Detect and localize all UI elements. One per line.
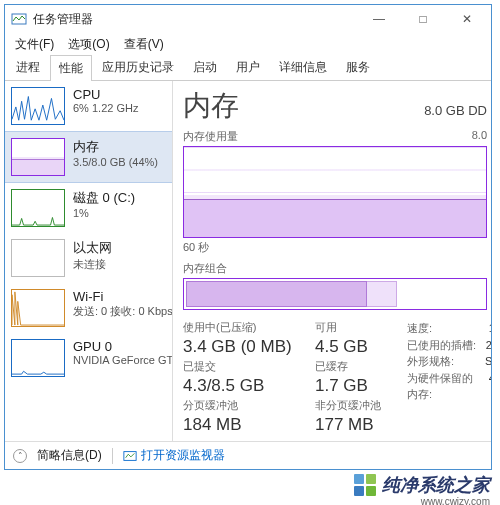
titlebar[interactable]: 任务管理器 — □ ✕ [5,5,491,33]
stat-value-cached: 1.7 GB [315,376,403,396]
fewer-details-button[interactable]: 简略信息(D) [37,447,102,464]
gpu-sparkline [11,339,65,377]
tab-processes[interactable]: 进程 [7,54,49,80]
open-resource-monitor-link[interactable]: 打开资源监视器 [123,447,225,464]
tab-details[interactable]: 详细信息 [270,54,336,80]
composition-label: 内存组合 [183,261,487,276]
tab-services[interactable]: 服务 [337,54,379,80]
memory-composition-chart[interactable] [183,278,487,310]
monitor-icon [123,449,137,463]
stat-label-paged: 分页缓冲池 [183,398,311,413]
sidebar-item-cpu[interactable]: CPU 6% 1.22 GHz [5,81,172,131]
page-subtitle: 8.0 GB DD [424,103,487,118]
sidebar-item-sub: 6% 1.22 GHz [73,102,138,114]
window-buttons: — □ ✕ [357,5,489,33]
sidebar: CPU 6% 1.22 GHz 内存 3.5/8.0 GB (44%) 磁盘 0… [5,81,173,441]
maximize-button[interactable]: □ [401,5,445,33]
sidebar-item-label: CPU [73,87,138,102]
meta-value-reserved: 49 [489,370,491,403]
meta-value-slots: 2/2 [486,337,491,354]
memory-usage-chart[interactable] [183,146,487,238]
sidebar-item-memory[interactable]: 内存 3.5/8.0 GB (44%) [5,131,172,183]
sidebar-item-ethernet[interactable]: 以太网 未连接 [5,233,172,283]
meta-value-speed: 16 [489,320,491,337]
sidebar-item-sub: 3.5/8.0 GB (44%) [73,156,158,168]
minimize-button[interactable]: — [357,5,401,33]
tab-app-history[interactable]: 应用历史记录 [93,54,183,80]
chart-series-committed [184,195,486,200]
stat-label-cached: 已缓存 [315,359,403,374]
tab-users[interactable]: 用户 [227,54,269,80]
usage-chart-xaxis: 60 秒 [183,240,487,255]
app-icon [11,11,27,27]
stat-value-in-use: 3.4 GB (0 MB) [183,337,311,357]
sidebar-item-sub: 发送: 0 接收: 0 Kbps [73,304,164,319]
sidebar-item-label: GPU 0 [73,339,164,354]
meta-label-slots: 已使用的插槽: [407,337,476,354]
tabs: 进程 性能 应用历史记录 启动 用户 详细信息 服务 [5,55,491,81]
sidebar-item-label: Wi-Fi [73,289,164,304]
main-panel: 内存 8.0 GB DD 内存使用量 8.0 60 秒 内存组合 [173,81,491,441]
composition-seg-cached [367,281,397,307]
chart-series-in-use [184,199,486,237]
usage-chart-yaxis-max: 8.0 [472,129,487,144]
body: CPU 6% 1.22 GHz 内存 3.5/8.0 GB (44%) 磁盘 0… [5,81,491,441]
usage-chart-label: 内存使用量 [183,129,238,144]
stat-label-available: 可用 [315,320,403,335]
sidebar-item-wifi[interactable]: Wi-Fi 发送: 0 接收: 0 Kbps [5,283,172,333]
tab-performance[interactable]: 性能 [50,55,92,81]
sidebar-item-sub: NVIDIA GeForce GT 6 [73,354,164,366]
separator [112,448,113,464]
stat-label-committed: 已提交 [183,359,311,374]
watermark-logo-icon [354,474,376,496]
window-title: 任务管理器 [33,11,357,28]
sidebar-item-disk[interactable]: 磁盘 0 (C:) 1% [5,183,172,233]
close-button[interactable]: ✕ [445,5,489,33]
stats-grid: 使用中(已压缩) 可用 速度:16 已使用的插槽:2/2 外形规格:SO 为硬件… [183,320,487,435]
chevron-up-icon[interactable]: ˄ [13,449,27,463]
cpu-sparkline [11,87,65,125]
sidebar-item-label: 磁盘 0 (C:) [73,189,135,207]
usage-chart-label-row: 内存使用量 8.0 [183,129,487,144]
footer: ˄ 简略信息(D) 打开资源监视器 [5,441,491,469]
sidebar-item-sub: 未连接 [73,257,112,272]
stat-value-paged: 184 MB [183,415,311,435]
sidebar-item-label: 内存 [73,138,158,156]
disk-sparkline [11,189,65,227]
composition-seg-in-use [186,281,367,307]
sidebar-item-gpu[interactable]: GPU 0 NVIDIA GeForce GT 6 [5,333,172,383]
stat-value-committed: 4.3/8.5 GB [183,376,311,396]
watermark: 纯净系统之家 [354,473,490,497]
stat-label-nonpaged: 非分页缓冲池 [315,398,403,413]
meta-value-form: SO [485,353,491,370]
page-title: 内存 [183,87,239,125]
watermark-url: www.cwjzy.com [421,496,490,505]
menu-view[interactable]: 查看(V) [118,34,170,55]
memory-sparkline [11,138,65,176]
ethernet-sparkline [11,239,65,277]
menu-file[interactable]: 文件(F) [9,34,60,55]
open-resource-monitor-label: 打开资源监视器 [141,447,225,464]
watermark-text: 纯净系统之家 [382,473,490,497]
minimize-icon: — [373,12,385,26]
menubar: 文件(F) 选项(O) 查看(V) [5,33,491,55]
stat-label-in-use: 使用中(已压缩) [183,320,311,335]
main-header: 内存 8.0 GB DD [183,87,487,125]
meta-label-reserved: 为硬件保留的内存: [407,370,483,403]
maximize-icon: □ [419,12,426,26]
meta-label-form: 外形规格: [407,353,454,370]
sidebar-item-sub: 1% [73,207,135,219]
sidebar-item-label: 以太网 [73,239,112,257]
xaxis-left: 60 秒 [183,240,209,255]
stat-value-nonpaged: 177 MB [315,415,403,435]
meta-block: 速度:16 已使用的插槽:2/2 外形规格:SO 为硬件保留的内存:49 [407,320,491,435]
close-icon: ✕ [462,12,472,26]
meta-label-speed: 速度: [407,320,432,337]
task-manager-window: 任务管理器 — □ ✕ 文件(F) 选项(O) 查看(V) 进程 性能 应用历史… [4,4,492,470]
tab-startup[interactable]: 启动 [184,54,226,80]
menu-options[interactable]: 选项(O) [62,34,115,55]
stat-value-available: 4.5 GB [315,337,403,357]
wifi-sparkline [11,289,65,327]
